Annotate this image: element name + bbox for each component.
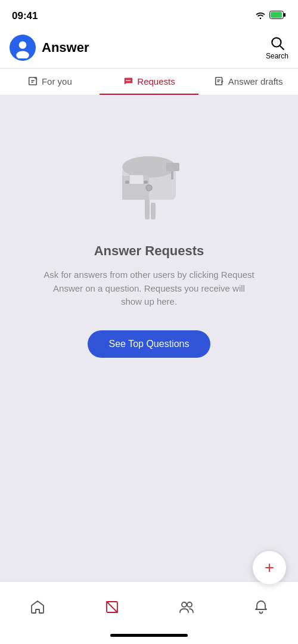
tab-requests-label: Requests	[137, 76, 175, 86]
search-label: Search	[266, 52, 288, 60]
bottom-nav	[0, 581, 298, 629]
svg-rect-2	[271, 12, 282, 18]
main-content: Answer Requests Ask for answers from oth…	[0, 95, 298, 581]
header: Answer Search	[0, 30, 298, 69]
tab-for-you[interactable]: For you	[0, 69, 100, 95]
svg-rect-1	[284, 13, 285, 17]
svg-line-7	[280, 46, 283, 49]
header-left: Answer	[10, 35, 89, 61]
svg-point-22	[146, 185, 152, 191]
empty-title: Answer Requests	[94, 243, 204, 259]
tab-for-you-label: For you	[42, 76, 72, 86]
empty-description: Ask for answers from other users by clic…	[42, 268, 256, 309]
svg-rect-17	[145, 197, 150, 219]
svg-rect-24	[166, 163, 179, 171]
mailbox-illustration	[101, 131, 197, 227]
nav-notifications[interactable]	[224, 599, 298, 615]
wifi-icon	[255, 11, 266, 21]
svg-rect-26	[129, 175, 144, 184]
svg-point-13	[129, 80, 131, 81]
tab-answer-drafts[interactable]: Answer drafts	[198, 69, 298, 95]
draft-icon	[214, 76, 225, 86]
svg-rect-18	[151, 203, 156, 219]
svg-point-11	[126, 80, 128, 81]
app-title: Answer	[42, 40, 89, 55]
svg-point-4	[19, 41, 27, 49]
home-indicator	[0, 629, 298, 644]
avatar	[10, 35, 36, 61]
status-bar: 09:41	[0, 0, 298, 30]
tab-answer-drafts-label: Answer drafts	[228, 76, 283, 86]
svg-point-29	[182, 602, 187, 607]
battery-icon	[269, 11, 286, 21]
svg-point-6	[272, 38, 281, 47]
svg-rect-14	[216, 78, 222, 85]
edit-icon	[27, 76, 38, 86]
status-icons	[255, 11, 286, 21]
chat-icon	[123, 76, 134, 86]
search-button[interactable]: Search	[266, 35, 288, 60]
svg-point-12	[128, 80, 129, 81]
svg-line-28	[107, 602, 117, 612]
fab-button[interactable]: +	[253, 551, 286, 584]
tab-requests[interactable]: Requests	[100, 69, 199, 95]
svg-point-30	[187, 602, 192, 607]
nav-home[interactable]	[0, 599, 74, 615]
nav-spaces[interactable]	[149, 599, 224, 615]
status-time: 09:41	[12, 10, 38, 22]
nav-write[interactable]	[74, 599, 149, 615]
see-top-questions-button[interactable]: See Top Questions	[88, 330, 211, 358]
home-indicator-bar	[110, 634, 188, 637]
tabs: For you Requests Answer drafts	[0, 69, 298, 95]
